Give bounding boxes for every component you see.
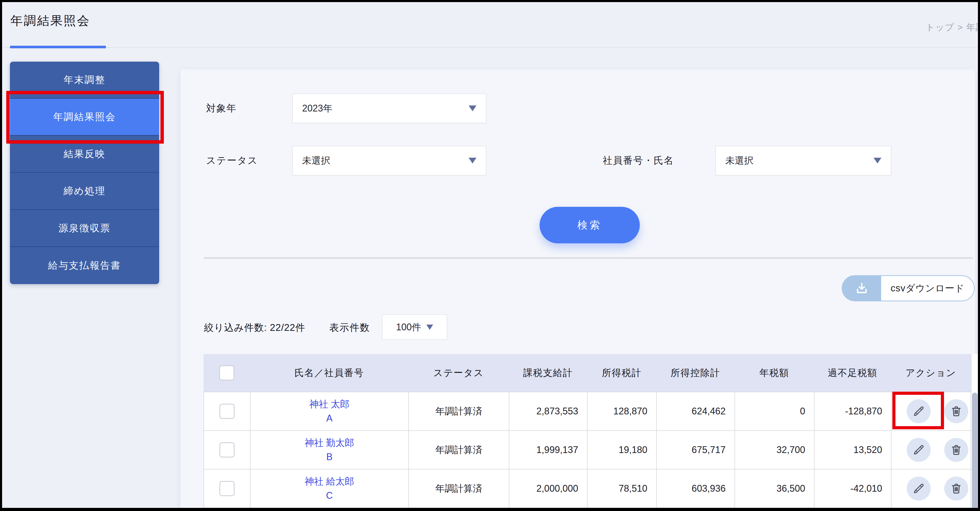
edit-button[interactable] bbox=[907, 438, 931, 462]
search-button[interactable]: 検索 bbox=[539, 207, 640, 243]
cell-balance: -128,870 bbox=[815, 392, 892, 430]
section-divider bbox=[204, 257, 973, 259]
chevron-down-icon bbox=[426, 324, 433, 330]
pencil-icon bbox=[912, 444, 925, 456]
cell-actions bbox=[892, 431, 971, 469]
header-name: 氏名／社員番号 bbox=[250, 354, 408, 392]
employee-name-link[interactable]: 神社 勤太郎 B bbox=[250, 431, 409, 469]
employee-name-link[interactable]: 神社 給太郎 C bbox=[250, 469, 409, 508]
table-row: 神社 給太郎 C 年調計算済 2,000,000 78,510 603,936 … bbox=[204, 469, 972, 508]
delete-button[interactable] bbox=[944, 399, 968, 423]
breadcrumb[interactable]: トップ > 年調結果照会 bbox=[926, 21, 978, 34]
sidebar-item-nenmatsu-chosei[interactable]: 年末調整 bbox=[10, 62, 159, 99]
employee-dropdown[interactable]: 未選択 bbox=[716, 146, 891, 176]
csv-download-button[interactable]: csvダウンロード bbox=[842, 275, 975, 301]
cell-taxable-pay: 2,000,000 bbox=[509, 469, 588, 508]
row-select-cell bbox=[204, 392, 250, 430]
header-deductions: 所得控除計 bbox=[656, 354, 735, 392]
target-year-label: 対象年 bbox=[206, 93, 237, 123]
cell-taxable-pay: 2,873,553 bbox=[509, 392, 588, 430]
trash-icon bbox=[950, 482, 963, 495]
cell-annual-tax: 32,700 bbox=[735, 431, 815, 469]
target-year-dropdown[interactable]: 2023年 bbox=[292, 93, 486, 123]
status-value: 未選択 bbox=[302, 154, 469, 167]
sidebar-item-kekka-hanei[interactable]: 結果反映 bbox=[10, 136, 159, 173]
employee-name: 神社 勤太郎 bbox=[304, 436, 354, 450]
employee-value: 未選択 bbox=[725, 154, 873, 167]
delete-button[interactable] bbox=[944, 438, 968, 462]
chevron-down-icon bbox=[873, 158, 881, 163]
status-label: ステータス bbox=[206, 146, 258, 176]
status-dropdown[interactable]: 未選択 bbox=[292, 146, 486, 176]
employee-label: 社員番号・氏名 bbox=[603, 146, 674, 176]
cell-taxable-pay: 1,999,137 bbox=[509, 431, 588, 469]
csv-download-label: csvダウンロード bbox=[881, 276, 974, 300]
cell-status: 年調計算済 bbox=[409, 469, 509, 508]
cell-income-tax: 19,180 bbox=[588, 431, 657, 469]
cell-income-tax: 78,510 bbox=[588, 469, 657, 508]
page-size-label: 表示件数 bbox=[329, 321, 370, 334]
target-year-value: 2023年 bbox=[302, 102, 469, 115]
row-checkbox[interactable] bbox=[220, 442, 235, 457]
cell-income-tax: 128,870 bbox=[588, 392, 657, 430]
employee-code: A bbox=[326, 411, 332, 425]
edit-button[interactable] bbox=[907, 476, 931, 501]
sidebar-item-nencho-kekka-shokai[interactable]: 年調結果照会 bbox=[10, 99, 159, 136]
filtered-count-text: 絞り込み件数: 22/22件 bbox=[204, 321, 305, 334]
table-row: 神社 勤太郎 B 年調計算済 1,999,137 19,180 675,717 … bbox=[204, 431, 972, 469]
pencil-icon bbox=[912, 405, 925, 418]
header-actions: アクション bbox=[891, 354, 970, 392]
sidebar-item-gensen-choshuhyo[interactable]: 源泉徴収票 bbox=[10, 210, 159, 247]
header-divider bbox=[2, 47, 978, 48]
table-scrollbar-track bbox=[972, 354, 978, 508]
cell-status: 年調計算済 bbox=[409, 392, 509, 430]
employee-name: 神社 給太郎 bbox=[304, 474, 354, 489]
row-checkbox[interactable] bbox=[220, 481, 235, 496]
edit-button[interactable] bbox=[907, 399, 931, 423]
download-icon bbox=[855, 281, 869, 295]
employee-name: 神社 太郎 bbox=[309, 397, 349, 411]
row-select-cell bbox=[204, 431, 250, 469]
page-size-value: 100件 bbox=[396, 321, 421, 334]
pencil-icon bbox=[912, 482, 925, 495]
active-tab-underline bbox=[10, 46, 106, 48]
cell-annual-tax: 36,500 bbox=[735, 469, 815, 508]
select-all-checkbox[interactable] bbox=[219, 365, 234, 380]
table-header-row: 氏名／社員番号 ステータス 課税支給計 所得税計 所得控除計 年税額 過不足税額… bbox=[204, 354, 972, 392]
header-status: ステータス bbox=[408, 354, 509, 392]
row-select-cell bbox=[204, 469, 250, 508]
download-icon-segment bbox=[843, 276, 881, 300]
results-table: 氏名／社員番号 ステータス 課税支給計 所得税計 所得控除計 年税額 過不足税額… bbox=[204, 354, 978, 508]
header-annual-tax: 年税額 bbox=[735, 354, 814, 392]
cell-actions bbox=[892, 392, 971, 430]
chevron-down-icon bbox=[469, 105, 476, 111]
employee-name-link[interactable]: 神社 太郎 A bbox=[250, 392, 409, 430]
app-window: 年調結果照会 トップ > 年調結果照会 年末調整 年調結果照会 結果反映 締め処… bbox=[2, 2, 978, 508]
header-income-tax: 所得税計 bbox=[587, 354, 656, 392]
header-balance: 過不足税額 bbox=[814, 354, 891, 392]
cell-status: 年調計算済 bbox=[409, 431, 509, 469]
cell-annual-tax: 0 bbox=[735, 392, 815, 430]
cell-deductions: 624,462 bbox=[657, 392, 735, 430]
page-title: 年調結果照会 bbox=[10, 13, 90, 29]
table-scrollbar-thumb[interactable] bbox=[972, 393, 978, 508]
chevron-down-icon bbox=[469, 158, 476, 163]
sidebar-menu: 年末調整 年調結果照会 結果反映 締め処理 源泉徴収票 給与支払報告書 bbox=[10, 62, 159, 284]
row-checkbox[interactable] bbox=[220, 404, 235, 419]
employee-code: C bbox=[326, 489, 333, 503]
cell-balance: 13,520 bbox=[815, 431, 892, 469]
cell-actions bbox=[892, 469, 971, 508]
sidebar-item-kyuyo-shiharai-hokokusho[interactable]: 給与支払報告書 bbox=[10, 247, 159, 284]
page-size-dropdown[interactable]: 100件 bbox=[382, 315, 447, 340]
screenshot-frame: 年調結果照会 トップ > 年調結果照会 年末調整 年調結果照会 結果反映 締め処… bbox=[0, 0, 980, 511]
cell-deductions: 675,717 bbox=[657, 431, 735, 469]
trash-icon bbox=[950, 405, 963, 418]
delete-button[interactable] bbox=[944, 476, 968, 501]
header-select-all-cell bbox=[204, 354, 250, 392]
employee-code: B bbox=[326, 450, 332, 464]
cell-deductions: 603,936 bbox=[657, 469, 735, 508]
header-taxable-pay: 課税支給計 bbox=[509, 354, 587, 392]
trash-icon bbox=[950, 444, 963, 456]
cell-balance: -42,010 bbox=[815, 469, 892, 508]
sidebar-item-shime-shori[interactable]: 締め処理 bbox=[10, 173, 159, 210]
